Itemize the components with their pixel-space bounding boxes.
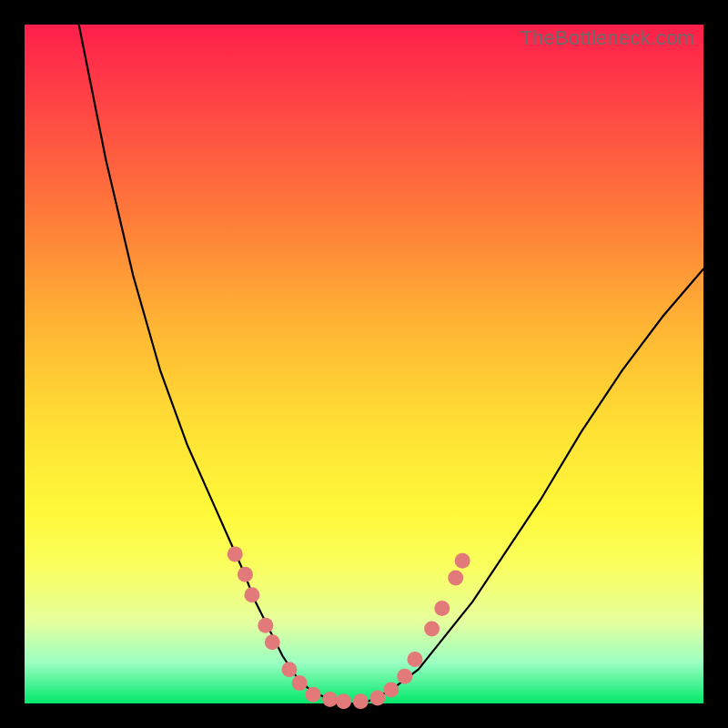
chart-svg <box>25 25 703 703</box>
data-marker <box>353 693 369 709</box>
data-marker <box>292 675 308 691</box>
data-marker <box>383 682 399 698</box>
plot-area: TheBottleneck.com <box>25 25 703 703</box>
data-marker <box>369 691 385 706</box>
data-marker <box>455 553 470 569</box>
markers-group <box>228 546 470 709</box>
data-marker <box>281 662 297 677</box>
data-marker <box>306 687 321 703</box>
data-marker <box>434 601 450 616</box>
data-marker <box>238 567 253 582</box>
bottleneck-curve <box>79 25 703 703</box>
data-marker <box>244 587 259 602</box>
data-marker <box>397 669 412 684</box>
data-marker <box>407 652 422 667</box>
data-marker <box>322 692 338 707</box>
data-marker <box>228 546 243 561</box>
data-marker <box>424 621 440 636</box>
data-marker <box>336 693 351 709</box>
data-marker <box>265 634 280 650</box>
data-marker <box>448 570 463 585</box>
data-marker <box>258 618 273 633</box>
chart-frame: TheBottleneck.com <box>0 0 728 728</box>
